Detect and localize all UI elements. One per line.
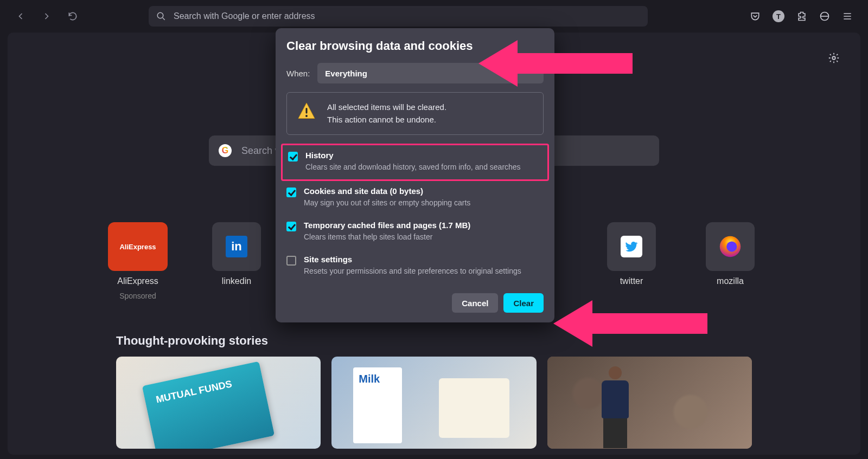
back-icon[interactable] xyxy=(15,11,26,22)
shortcut-linkedin[interactable]: in linkedin xyxy=(207,222,266,300)
cookies-checkbox[interactable] xyxy=(286,188,296,197)
svg-marker-7 xyxy=(478,40,633,87)
menu-icon[interactable] xyxy=(842,11,853,22)
clear-item-site-settings[interactable]: Site settings Resets your permissions an… xyxy=(281,249,549,283)
cancel-button[interactable]: Cancel xyxy=(452,293,498,313)
dialog-buttons: Cancel Clear xyxy=(276,286,554,313)
aliexpress-icon: AliExpress xyxy=(108,222,168,271)
warning-icon xyxy=(297,101,316,121)
firefox-icon xyxy=(706,222,755,271)
warning-box: All selected items will be cleared. This… xyxy=(286,92,544,135)
account-avatar[interactable]: T xyxy=(773,10,784,22)
clear-item-history[interactable]: History Clears site and download history… xyxy=(281,144,549,181)
story-card-2[interactable] xyxy=(331,357,536,449)
twitter-icon xyxy=(607,222,656,271)
annotation-arrow-bottom xyxy=(553,294,711,353)
theme-icon[interactable] xyxy=(819,11,830,22)
stories-heading: Thought-provoking stories xyxy=(116,334,268,348)
svg-point-6 xyxy=(305,115,308,117)
search-icon xyxy=(156,11,166,21)
site-settings-checkbox[interactable] xyxy=(286,256,296,266)
nav-buttons xyxy=(15,11,78,22)
shortcut-twitter[interactable]: twitter xyxy=(602,222,661,300)
shortcut-aliexpress[interactable]: AliExpress AliExpress Sponsored xyxy=(108,222,168,300)
clear-item-cache[interactable]: Temporary cached files and pages (1.7 MB… xyxy=(281,215,549,249)
address-bar[interactable]: Search with Google or enter address xyxy=(149,6,648,27)
stories-row: MUTUAL FUNDS xyxy=(116,357,752,449)
history-checkbox[interactable] xyxy=(288,152,298,161)
warning-line1: All selected items will be cleared. xyxy=(327,101,446,114)
svg-rect-5 xyxy=(306,108,308,114)
pocket-icon[interactable] xyxy=(750,11,761,22)
svg-point-4 xyxy=(726,241,737,251)
linkedin-icon: in xyxy=(212,222,261,271)
google-icon: G xyxy=(219,144,232,157)
address-placeholder: Search with Google or enter address xyxy=(174,11,315,21)
story-card-1[interactable]: MUTUAL FUNDS xyxy=(116,357,321,449)
warning-line2: This action cannot be undone. xyxy=(327,114,446,126)
toolbar-right: T xyxy=(750,10,853,22)
browser-toolbar: Search with Google or enter address T xyxy=(0,5,868,27)
forward-icon[interactable] xyxy=(41,11,52,22)
extensions-icon[interactable] xyxy=(796,11,807,22)
clear-items-list: History Clears site and download history… xyxy=(276,141,554,286)
when-label: When: xyxy=(286,69,310,78)
page-settings-button[interactable] xyxy=(828,52,840,66)
clear-button[interactable]: Clear xyxy=(503,293,544,313)
reload-icon[interactable] xyxy=(67,11,78,22)
gear-icon xyxy=(828,52,840,64)
clear-item-cookies[interactable]: Cookies and site data (0 bytes) May sign… xyxy=(281,181,549,215)
annotation-arrow-top xyxy=(478,34,636,93)
svg-point-2 xyxy=(832,56,835,60)
story-card-3[interactable] xyxy=(547,357,752,449)
shortcut-mozilla[interactable]: mozilla xyxy=(700,222,760,300)
svg-point-0 xyxy=(157,12,163,18)
cache-checkbox[interactable] xyxy=(286,222,296,231)
svg-marker-8 xyxy=(553,300,707,347)
